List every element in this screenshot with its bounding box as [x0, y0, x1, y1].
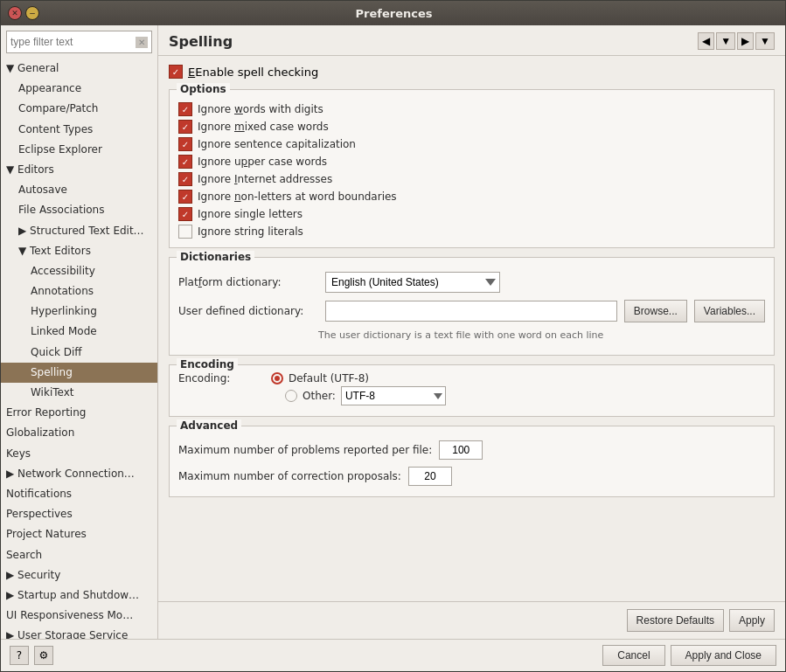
variables-button[interactable]: Variables... — [694, 300, 765, 322]
cancel-button[interactable]: Cancel — [602, 645, 664, 666]
preferences-window: ✕ − Preferences ✕ ▼ General Appearance C… — [0, 0, 786, 672]
search-clear-button[interactable]: ✕ — [136, 37, 148, 48]
bottom-buttons: Cancel Apply and Close — [602, 645, 776, 666]
sidebar-item-text-editors[interactable]: ▼ Text Editors — [1, 241, 157, 261]
search-input[interactable] — [10, 36, 136, 48]
apply-close-button[interactable]: Apply and Close — [671, 645, 776, 666]
encoding-other-label: Other: — [303, 390, 336, 402]
help-icon[interactable]: ? — [10, 646, 29, 665]
ignore-string-checkbox[interactable] — [178, 225, 192, 239]
settings-icon[interactable]: ⚙ — [34, 646, 53, 665]
sidebar-item-spelling[interactable]: Spelling — [1, 363, 157, 383]
sidebar-item-notifications[interactable]: Notifications — [1, 484, 157, 504]
ignore-upper-checkbox[interactable]: ✓ — [178, 155, 192, 169]
nav-buttons: ◀ ▼ ▶ ▼ — [698, 32, 775, 50]
options-section: Options ✓ Ignore words with digits ✓ Ign… — [169, 89, 775, 248]
sidebar-item-user-storage[interactable]: ▶ User Storage Service — [1, 626, 157, 639]
sidebar-item-perspectives[interactable]: Perspectives — [1, 504, 157, 524]
option-row-ignore-internet: ✓ Ignore Internet addresses — [178, 170, 765, 188]
max-corrections-row: Maximum number of correction proposals: — [178, 463, 765, 489]
options-legend: Options — [177, 83, 230, 95]
panel-footer: Restore Defaults Apply — [158, 601, 785, 639]
main-content: ✕ ▼ General Appearance Compare/Patch Con… — [1, 25, 785, 639]
sidebar-item-compare-patch[interactable]: Compare/Patch — [1, 99, 157, 119]
forward-dropdown-button[interactable]: ▼ — [755, 32, 775, 50]
browse-button[interactable]: Browse... — [624, 300, 687, 322]
apply-button[interactable]: Apply — [729, 609, 775, 632]
ignore-single-checkbox[interactable]: ✓ — [178, 207, 192, 221]
option-row-ignore-mixed: ✓ Ignore mixed case words — [178, 118, 765, 135]
bottom-bar: ? ⚙ Cancel Apply and Close — [1, 639, 785, 671]
encoding-section: Encoding Encoding: Default (UTF-8) Other… — [169, 364, 775, 417]
sidebar-item-content-types[interactable]: Content Types — [1, 120, 157, 140]
sidebar-item-annotations[interactable]: Annotations — [1, 281, 157, 301]
enable-spell-checking-checkbox[interactable]: ✓ — [169, 65, 183, 79]
options-body: ✓ Ignore words with digits ✓ Ignore mixe… — [170, 90, 774, 247]
restore-defaults-button[interactable]: Restore Defaults — [627, 609, 724, 632]
encoding-default-dot — [275, 376, 280, 381]
ignore-mixed-checkbox[interactable]: ✓ — [178, 120, 192, 134]
sidebar-item-network-connections[interactable]: ▶ Network Connection… — [1, 464, 157, 484]
max-problems-input[interactable] — [439, 440, 483, 460]
sidebar-item-editors[interactable]: ▼ Editors — [1, 160, 157, 180]
dictionaries-legend: Dictionaries — [177, 251, 254, 263]
sidebar-item-project-natures[interactable]: Project Natures — [1, 524, 157, 544]
sidebar-item-autosave[interactable]: Autosave — [1, 180, 157, 200]
sidebar-item-accessibility[interactable]: Accessibility — [1, 261, 157, 281]
max-corrections-input[interactable] — [408, 467, 452, 486]
dictionaries-body: Platform dictionary: English (United Sta… — [170, 258, 774, 355]
sidebar-item-general[interactable]: ▼ General — [1, 59, 157, 79]
ignore-digits-checkbox[interactable]: ✓ — [178, 102, 192, 116]
ignore-digits-label: Ignore words with digits — [198, 103, 323, 115]
sidebar-item-ui-responsiveness[interactable]: UI Responsiveness Mo… — [1, 606, 157, 626]
sidebar-item-file-associations[interactable]: File Associations — [1, 200, 157, 220]
ignore-nonletters-checkbox[interactable]: ✓ — [178, 190, 192, 204]
back-button[interactable]: ◀ — [698, 32, 714, 50]
sidebar-item-keys[interactable]: Keys — [1, 444, 157, 464]
max-corrections-label: Maximum number of correction proposals: — [178, 470, 401, 482]
sidebar-item-linked-mode[interactable]: Linked Mode — [1, 322, 157, 342]
dict-hint-row: The user dictionary is a text file with … — [178, 326, 765, 348]
option-row-ignore-single: ✓ Ignore single letters — [178, 205, 765, 223]
ignore-sentence-label: Ignore sentence capitalization — [198, 138, 356, 150]
platform-dict-row: Platform dictionary: English (United Sta… — [178, 268, 765, 296]
sidebar-tree: ▼ General Appearance Compare/Patch Conte… — [1, 59, 157, 639]
sidebar: ✕ ▼ General Appearance Compare/Patch Con… — [1, 25, 158, 639]
sidebar-item-quick-diff[interactable]: Quick Diff — [1, 343, 157, 363]
sidebar-item-structured-text-edit[interactable]: ▶ Structured Text Edit… — [1, 221, 157, 241]
encoding-row: Encoding: Default (UTF-8) — [178, 371, 765, 386]
back-dropdown-button[interactable]: ▼ — [716, 32, 735, 50]
ignore-single-label: Ignore single letters — [198, 208, 303, 220]
encoding-label: Encoding: — [178, 372, 266, 384]
search-box[interactable]: ✕ — [6, 31, 152, 53]
ignore-nonletters-label: Ignore non-letters at word boundaries — [198, 191, 397, 203]
sidebar-item-globalization[interactable]: Globalization — [1, 423, 157, 443]
close-button[interactable]: ✕ — [8, 6, 22, 20]
right-panel: Spelling ◀ ▼ ▶ ▼ ✓ EEnable spell checkin… — [158, 25, 785, 639]
encoding-other-radio[interactable] — [285, 390, 297, 402]
advanced-section: Advanced Maximum number of problems repo… — [169, 426, 775, 497]
option-row-ignore-upper: ✓ Ignore upper case words — [178, 153, 765, 170]
ignore-internet-checkbox[interactable]: ✓ — [178, 172, 192, 186]
sidebar-item-search[interactable]: Search — [1, 545, 157, 565]
option-row-ignore-sentence: ✓ Ignore sentence capitalization — [178, 135, 765, 153]
sidebar-item-wikitext[interactable]: WikiText — [1, 383, 157, 403]
encoding-default-radio[interactable] — [271, 372, 283, 384]
forward-button[interactable]: ▶ — [737, 32, 754, 50]
sidebar-item-startup-shutdown[interactable]: ▶ Startup and Shutdow… — [1, 585, 157, 606]
sidebar-item-security[interactable]: ▶ Security — [1, 565, 157, 585]
ignore-upper-label: Ignore upper case words — [198, 156, 327, 168]
minimize-button[interactable]: − — [25, 6, 39, 20]
titlebar: ✕ − Preferences — [1, 1, 785, 25]
platform-dict-select[interactable]: English (United States) — [325, 272, 500, 293]
sidebar-item-error-reporting[interactable]: Error Reporting — [1, 403, 157, 423]
advanced-body: Maximum number of problems reported per … — [170, 426, 774, 496]
sidebar-item-appearance[interactable]: Appearance — [1, 79, 157, 99]
sidebar-item-hyperlinking[interactable]: Hyperlinking — [1, 301, 157, 322]
sidebar-item-eclipse-explorer[interactable]: Eclipse Explorer — [1, 140, 157, 160]
encoding-other-select[interactable]: UTF-8 — [341, 386, 446, 405]
dict-hint: The user dictionary is a text file with … — [318, 328, 765, 344]
option-row-ignore-string: Ignore string literals — [178, 223, 765, 240]
ignore-sentence-checkbox[interactable]: ✓ — [178, 137, 192, 151]
user-dict-input[interactable] — [325, 301, 617, 322]
